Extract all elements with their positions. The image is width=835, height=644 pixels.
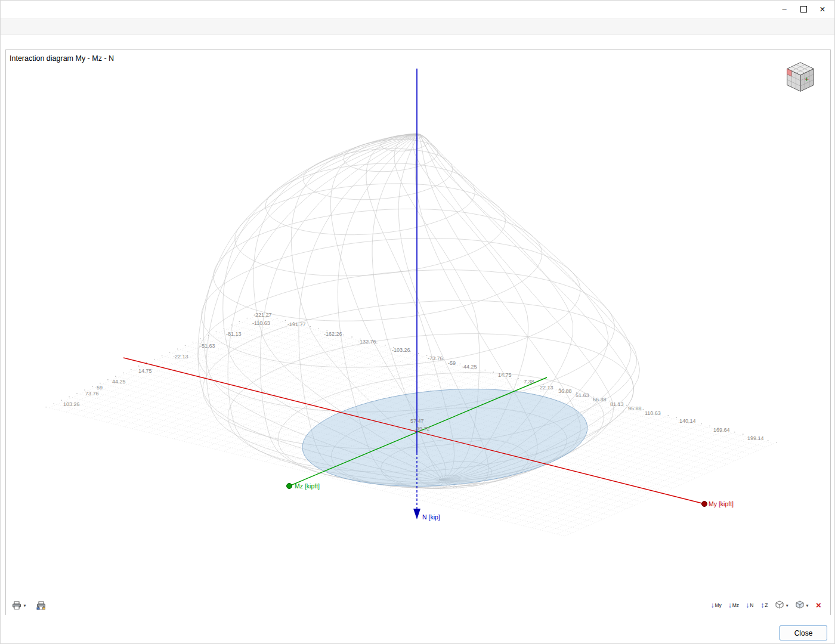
button-label: Z: [765, 602, 768, 608]
navigation-cube-icon: [787, 63, 814, 91]
view-toolbar: ↓My↓Mz↓N↕Z▼▼×: [709, 599, 825, 611]
n-axis-arrowhead: [413, 509, 420, 519]
axis-arrow-icon: ↓: [710, 602, 714, 608]
tick-label: 103.26: [63, 401, 80, 407]
dropdown-caret-icon[interactable]: ▼: [805, 603, 809, 608]
axis-arrow-icon: ↓: [728, 602, 732, 608]
my-axis-label: My [kipft]: [709, 500, 734, 507]
maximize-icon: [800, 6, 807, 13]
tick-label: 66.38: [593, 397, 607, 402]
dropdown-caret-icon[interactable]: ▼: [785, 603, 789, 608]
axis-arrow-icon: ↓: [746, 602, 749, 608]
app-window: – × Interaction diagram My - Mz - N My […: [0, 0, 835, 644]
tick-label: 59: [97, 385, 103, 391]
window-controls: – ×: [775, 2, 832, 17]
tick-label: -110.63: [252, 320, 270, 326]
tick-label: -22.13: [173, 354, 188, 360]
tick-label: -59: [448, 360, 456, 366]
print-button[interactable]: ▼: [11, 599, 28, 611]
button-label: N: [750, 602, 753, 608]
tick-label: 36.88: [558, 388, 572, 394]
projection-button-icon: [796, 600, 804, 610]
section-ellipse: [302, 389, 587, 486]
flip-z-button[interactable]: ↕Z: [759, 599, 770, 611]
red-x-icon: ×: [816, 601, 821, 609]
tick-label: -99.72: [415, 426, 430, 432]
close-button[interactable]: Close: [780, 626, 827, 640]
mz-axis-marker: [287, 484, 292, 489]
tick-label: -162.26: [324, 331, 342, 337]
tick-labels: -221.27-110.63-191.77-162.26-132.76-103.…: [63, 312, 764, 441]
button-label: My: [715, 602, 721, 608]
diagram-title: Interaction diagram My - Mz - N: [10, 54, 114, 63]
print-settings-button[interactable]: [35, 599, 47, 611]
close-window-button[interactable]: ×: [813, 2, 832, 17]
view-along-mz-button[interactable]: ↓Mz: [727, 599, 740, 611]
tick-label: -132.76: [358, 339, 376, 345]
tick-label: 95.88: [628, 405, 642, 411]
diagram-panel: Interaction diagram My - Mz - N My [kipf…: [5, 49, 831, 616]
tick-label: -44.25: [462, 364, 477, 370]
maximize-button[interactable]: [794, 2, 813, 17]
tick-label: 199.14: [747, 435, 764, 441]
tick-label: -73.76: [428, 355, 443, 361]
navigation-cube[interactable]: [781, 57, 819, 95]
n-axis-label: N [kip]: [422, 513, 440, 521]
view-along-my-button[interactable]: ↓My: [709, 599, 722, 611]
tick-label: 110.63: [645, 410, 661, 416]
tick-label: 22.13: [540, 385, 553, 391]
tick-label: -103.26: [392, 347, 410, 353]
tick-label: 51.63: [576, 392, 589, 398]
isometric-view-button-icon: [775, 600, 784, 610]
isometric-view-button[interactable]: ▼: [774, 599, 790, 611]
tick-label: 73.76: [85, 391, 99, 397]
my-axis-marker: [702, 501, 707, 507]
tick-label: 44.25: [112, 379, 126, 385]
axis-labels: My [kipft]Mz [kipft]N [kip]: [295, 482, 734, 521]
tick-label: 57.47: [410, 418, 424, 424]
top-toolbar-strip: [1, 18, 834, 35]
view-along-n-button[interactable]: ↓N: [744, 599, 755, 611]
tick-label: 14.75: [498, 372, 512, 378]
minimize-button[interactable]: –: [775, 2, 794, 17]
projection-button[interactable]: ▼: [794, 599, 811, 611]
reset-view-button[interactable]: ×: [815, 599, 825, 611]
tick-label: -191.77: [287, 321, 306, 327]
diagram-viewport[interactable]: My [kipft]Mz [kipft]N [kip]-221.27-110.6…: [6, 50, 830, 615]
dialog-footer: Close: [1, 615, 834, 643]
tick-label: -51.63: [200, 343, 215, 349]
axis-arrow-icon: ↕: [760, 602, 764, 608]
tick-label: 7.38: [524, 379, 534, 385]
tick-label: 169.64: [713, 427, 730, 433]
dropdown-caret-icon[interactable]: ▼: [23, 603, 27, 608]
tick-label: 14.75: [138, 368, 152, 374]
print-toolbar: ▼: [11, 599, 47, 611]
tick-label: -221.27: [253, 312, 272, 318]
button-label: Mz: [732, 602, 739, 608]
titlebar: – ×: [1, 1, 834, 18]
tick-label: 81.13: [610, 401, 624, 407]
mz-axis-label: Mz [kipft]: [295, 482, 320, 490]
tick-label: -81.13: [226, 331, 242, 337]
tick-label: 140.14: [679, 418, 696, 424]
